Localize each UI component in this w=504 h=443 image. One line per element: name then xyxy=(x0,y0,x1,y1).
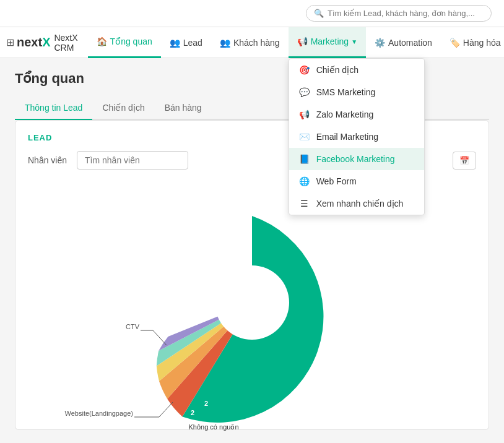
search-icon: 🔍 xyxy=(314,9,324,18)
chart-value-green: 50 xyxy=(328,353,337,363)
nav-label-tong-quan: Tổng quan xyxy=(110,37,152,46)
dropdown-label-email: Email Marketing xyxy=(316,132,378,142)
nav-label-lead: Lead xyxy=(183,38,202,48)
dropdown-item-chien-dich[interactable]: 🎯 Chiến dịch xyxy=(289,59,424,81)
nav-item-lead[interactable]: 👥 Lead xyxy=(161,27,211,58)
dropdown-label-webform: Web Form xyxy=(316,176,357,186)
dropdown-label-facebook: Facebook Marketing xyxy=(316,154,395,164)
nav-bar: ⊞ nextX NextX CRM 🏠 Tổng quan 👥 Lead 👥 K… xyxy=(0,27,504,58)
nav-items: 🏠 Tổng quan 👥 Lead 👥 Khách hàng 📢 Market… xyxy=(88,27,504,58)
tab-thong-tin-lead[interactable]: Thông tin Lead xyxy=(15,97,92,120)
grid-icon[interactable]: ⊞ xyxy=(6,37,14,48)
dropdown-item-zalo[interactable]: 📢 Zalo Marketing xyxy=(289,103,424,126)
product-icon: 🏷️ xyxy=(450,38,460,48)
nav-item-khach-hang[interactable]: 👥 Khách hàng xyxy=(211,27,289,58)
dropdown-label-zalo: Zalo Marketing xyxy=(316,110,374,119)
dropdown-item-email[interactable]: ✉️ Email Marketing xyxy=(289,126,424,148)
chien-dich-icon: 🎯 xyxy=(299,65,310,75)
nav-item-marketing[interactable]: 📢 Marketing ▼ xyxy=(289,27,366,58)
dropdown-label-sms: SMS Marketing xyxy=(316,87,376,97)
line-website xyxy=(159,402,173,417)
automation-icon: ⚙️ xyxy=(375,38,385,48)
marketing-chevron-icon: ▼ xyxy=(351,38,357,45)
chart-area: 50 Không có nguồn 2 2 Website(Landingpag… xyxy=(28,182,476,417)
date-filter[interactable]: 📅 xyxy=(453,152,476,170)
customer-icon: 👥 xyxy=(220,38,230,48)
nav-item-tong-quan[interactable]: 🏠 Tổng quan xyxy=(88,27,161,58)
calendar-icon: 📅 xyxy=(459,156,469,165)
marketing-icon: 📢 xyxy=(297,37,308,46)
nav-item-automation[interactable]: ⚙️ Automation xyxy=(366,27,441,58)
nav-label-automation: Automation xyxy=(388,38,432,48)
dropdown-item-webform[interactable]: 🌐 Web Form xyxy=(289,170,424,192)
donut-chart: 50 Không có nguồn 2 2 Website(Landingpag… xyxy=(122,188,382,411)
chart-label-website: Website(Landingpage) xyxy=(65,410,133,417)
dropdown-label-chien-dich: Chiến dịch xyxy=(316,65,358,75)
search-box[interactable]: 🔍 xyxy=(306,5,492,22)
chart-label-no-source: Không có nguồn xyxy=(188,423,238,431)
search-input[interactable] xyxy=(328,9,484,18)
chart-value-purple: 2 xyxy=(204,400,208,407)
facebook-icon: 📘 xyxy=(299,154,310,164)
dropdown-label-xem-nhanh: Xem nhanh chiến dịch xyxy=(316,199,404,209)
app-logo: nextX xyxy=(17,35,50,49)
webform-icon: 🌐 xyxy=(299,176,310,186)
nav-label-marketing: Marketing xyxy=(311,37,349,46)
nav-label-khach-hang: Khách hàng xyxy=(233,38,280,48)
line-ctv xyxy=(153,330,167,345)
marketing-dropdown-menu: 🎯 Chiến dịch 💬 SMS Marketing 📢 Zalo Mark… xyxy=(289,58,425,215)
logo-highlight: X xyxy=(42,35,50,49)
home-icon: 🏠 xyxy=(97,37,107,46)
sms-icon: 💬 xyxy=(299,87,310,97)
main-content: Tổng quan Thông tin Lead Chiến dịch Bán … xyxy=(0,58,504,442)
marketing-dropdown-container: 📢 Marketing ▼ 🎯 Chiến dịch 💬 SMS Marketi… xyxy=(289,27,366,58)
lead-icon: 👥 xyxy=(170,38,180,48)
top-bar: 🔍 xyxy=(0,0,504,27)
tab-ban-hang[interactable]: Bán hàng xyxy=(155,97,212,120)
nav-label-hang-hoa: Hàng hóa xyxy=(463,38,501,48)
dropdown-item-sms[interactable]: 💬 SMS Marketing xyxy=(289,81,424,103)
nav-item-hang-hoa[interactable]: 🏷️ Hàng hóa ▼ xyxy=(441,27,504,58)
email-icon: ✉️ xyxy=(299,132,310,142)
dropdown-item-xem-nhanh[interactable]: ☰ Xem nhanh chiến dịch xyxy=(289,192,424,215)
tab-chien-dich[interactable]: Chiến dịch xyxy=(92,97,154,120)
chart-value-orange: 2 xyxy=(191,409,194,416)
chart-center xyxy=(215,265,289,340)
brand-label: NextX CRM xyxy=(54,33,77,53)
employee-search-input[interactable] xyxy=(77,151,188,170)
chart-label-ctv: CTV xyxy=(126,323,140,330)
list-icon: ☰ xyxy=(299,199,310,209)
dropdown-item-facebook[interactable]: 📘 Facebook Marketing xyxy=(289,148,424,170)
employee-label: Nhân viên xyxy=(28,155,67,165)
zalo-icon: 📢 xyxy=(299,110,310,119)
